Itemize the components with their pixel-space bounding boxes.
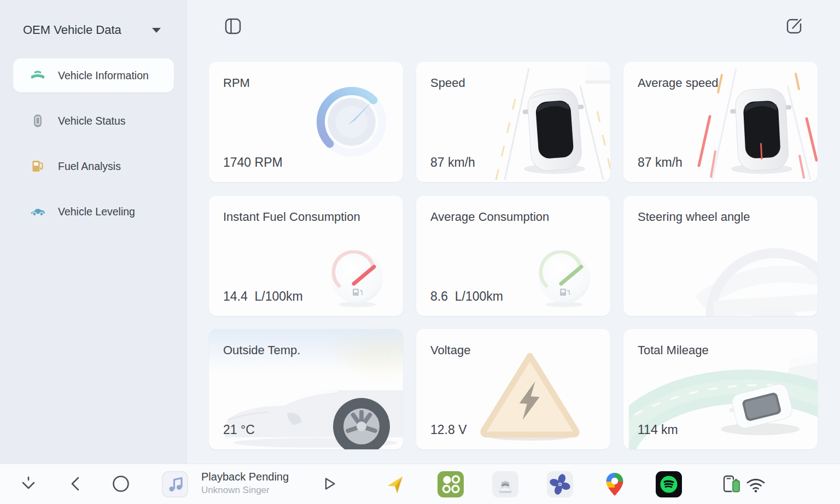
media-status: Playback Pending	[201, 471, 289, 483]
card-speed[interactable]: Speed 87 km/h	[416, 62, 610, 182]
edit-icon	[783, 15, 805, 37]
page-title: OEM Vehicle Data	[23, 23, 121, 37]
car-top-icon	[30, 113, 46, 129]
navigation-arrow-icon	[385, 473, 408, 496]
media-artist: Unknown Singer	[201, 485, 289, 496]
card-value: 14.4 L/100km	[223, 289, 303, 304]
card-title: Average Consumption	[430, 210, 549, 224]
vehicle-data-menu-header[interactable]: OEM Vehicle Data	[23, 20, 168, 40]
fuel-gauge-green-illustration	[537, 250, 592, 308]
warning-triangle-illustration	[472, 347, 587, 443]
phone-battery-icon	[720, 473, 744, 497]
card-average-speed[interactable]: Average speed 8	[623, 62, 818, 182]
card-total-mileage[interactable]: Total Mileage 114 km	[623, 329, 818, 449]
card-title: Outside Temp.	[223, 343, 300, 358]
card-outside-temp[interactable]: Outside Temp. 21	[209, 329, 403, 449]
chevron-down-icon	[152, 28, 161, 33]
climate-app-button[interactable]	[547, 471, 573, 499]
google-maps-icon	[604, 472, 626, 497]
card-value: 87 km/h	[430, 155, 475, 170]
play-icon	[318, 473, 339, 494]
sidebar-item-label: Fuel Analysis	[58, 160, 121, 173]
card-value: 87 km/h	[638, 155, 682, 170]
car-front-icon	[30, 67, 46, 84]
card-title: RPM	[223, 76, 250, 90]
spotify-icon	[656, 471, 682, 497]
card-instant-fuel-consumption[interactable]: Instant Fuel Consumption 14.4 L/100km	[209, 196, 403, 316]
rpm-gauge-illustration	[308, 77, 395, 165]
card-title: Total Mileage	[638, 343, 709, 358]
back-icon	[66, 473, 86, 494]
vehicle-app-button[interactable]	[492, 471, 518, 499]
sidebar-item-vehicle-status[interactable]: Vehicle Status	[13, 104, 174, 138]
card-voltage[interactable]: Voltage 12.8 V	[416, 329, 610, 449]
card-steering-wheel-angle[interactable]: Steering wheel angle	[623, 196, 818, 316]
infotainment-screen: OEM Vehicle Data Vehicle Information Veh…	[0, 0, 840, 504]
card-title: Steering wheel angle	[638, 210, 750, 224]
back-button[interactable]	[66, 473, 86, 496]
card-rpm[interactable]: RPM 1740 RPM	[209, 62, 403, 182]
card-value: 1740 RPM	[223, 155, 283, 170]
sidebar-item-label: Vehicle Leveling	[58, 206, 135, 218]
music-note-icon	[162, 471, 188, 497]
car-side-icon	[30, 203, 46, 220]
sidebar: OEM Vehicle Data Vehicle Information Veh…	[0, 0, 187, 464]
home-icon	[110, 473, 131, 494]
steering-wheel-illustration	[670, 215, 818, 316]
app-launcher-button[interactable]	[438, 471, 464, 499]
card-value: 21 °C	[223, 423, 255, 437]
sidebar-nav: Vehicle Information Vehicle Status Fuel …	[0, 58, 187, 240]
fuel-gauge-red-illustration	[330, 250, 384, 308]
card-title: Voltage	[430, 343, 470, 358]
hide-icon	[18, 473, 39, 494]
card-average-consumption[interactable]: Average Consumption 8.6 L/100km	[416, 196, 610, 316]
media-tile-button[interactable]	[162, 471, 188, 499]
split-view-button[interactable]	[222, 15, 244, 37]
vehicle-app-icon	[492, 471, 518, 497]
edit-layout-button[interactable]	[783, 15, 805, 37]
card-title: Instant Fuel Consumption	[223, 210, 360, 224]
google-maps-button[interactable]	[604, 472, 626, 499]
navigation-app-button[interactable]	[385, 473, 408, 497]
card-title: Speed	[430, 76, 465, 90]
sidebar-item-label: Vehicle Information	[58, 69, 149, 82]
wifi-icon	[745, 476, 767, 496]
spotify-button[interactable]	[656, 471, 682, 499]
play-button[interactable]	[318, 473, 339, 496]
app-launcher-icon	[438, 471, 464, 497]
fan-icon	[547, 471, 573, 497]
home-button[interactable]	[110, 473, 131, 496]
card-value: 114 km	[638, 423, 678, 437]
fuel-pump-icon	[30, 158, 46, 174]
sidebar-item-fuel-analysis[interactable]: Fuel Analysis	[13, 149, 174, 183]
media-info[interactable]: Playback Pending Unknown Singer	[201, 471, 289, 496]
card-value: 8.6 L/100km	[430, 289, 503, 304]
hide-panel-button[interactable]	[18, 473, 39, 496]
card-title: Average speed	[638, 76, 719, 90]
dock-bar: Playback Pending Unknown Singer	[0, 464, 840, 504]
sidebar-item-vehicle-leveling[interactable]: Vehicle Leveling	[13, 195, 174, 228]
card-value: 12.8 V	[430, 423, 467, 437]
sidebar-item-label: Vehicle Status	[58, 115, 126, 127]
split-view-icon	[222, 15, 244, 37]
sidebar-item-vehicle-information[interactable]: Vehicle Information	[13, 58, 174, 92]
